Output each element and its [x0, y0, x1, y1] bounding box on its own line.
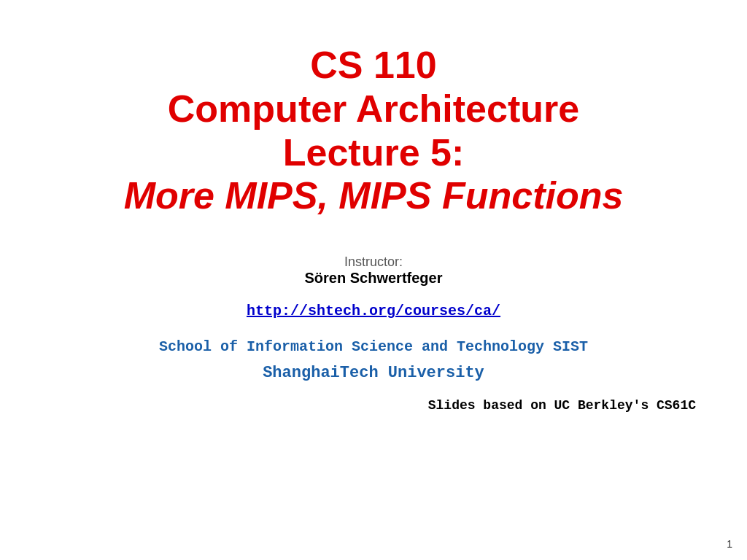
page-number: 1 — [727, 538, 732, 550]
instructor-block: Instructor: Sören Schwertfeger — [305, 254, 443, 287]
title-line-4: More MIPS, MIPS Functions — [124, 174, 624, 218]
university-text: ShanghaiTech University — [263, 364, 484, 382]
slides-credit-block: Slides based on UC Berkley's CS61C — [44, 398, 703, 413]
title-line-2: Computer Architecture — [124, 88, 624, 131]
university-block: ShanghaiTech University — [263, 364, 484, 382]
school-text: School of Information Science and Techno… — [159, 338, 588, 355]
slide-container: CS 110 Computer Architecture Lecture 5: … — [0, 0, 747, 560]
url-block[interactable]: http://shtech.org/courses/ca/ — [247, 303, 500, 319]
school-block: School of Information Science and Techno… — [159, 338, 588, 355]
title-line-1: CS 110 — [124, 44, 624, 88]
instructor-name: Sören Schwertfeger — [305, 270, 443, 287]
slides-credit-text: Slides based on UC Berkley's CS61C — [428, 398, 696, 413]
title-line-3: Lecture 5: — [124, 131, 624, 175]
instructor-label: Instructor: — [305, 254, 443, 270]
title-block: CS 110 Computer Architecture Lecture 5: … — [124, 44, 624, 218]
course-url[interactable]: http://shtech.org/courses/ca/ — [247, 303, 500, 319]
